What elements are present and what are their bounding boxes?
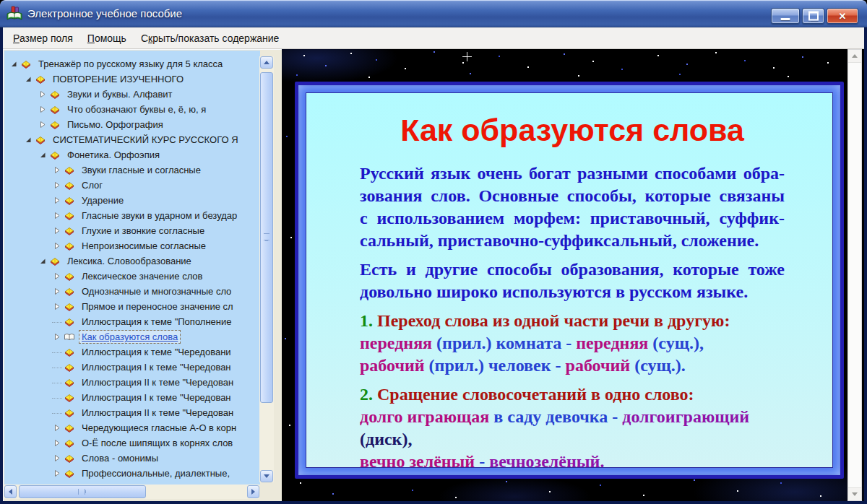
expand-toggle-icon[interactable] [52, 181, 62, 189]
book-icon [49, 256, 61, 266]
tree-item-label[interactable]: Слог [79, 179, 105, 191]
expand-toggle-icon[interactable] [52, 303, 62, 310]
tree-item-label[interactable]: Письмо. Орфография [65, 118, 165, 131]
tree-item[interactable]: Прямое и переносное значение сл [4, 299, 260, 314]
expand-toggle-icon[interactable] [52, 272, 62, 280]
collapse-toggle-icon[interactable] [38, 151, 48, 159]
tree-item[interactable]: Фонетика. Орфоэпия [4, 147, 260, 162]
tree-item[interactable]: О-Ё после шипящих в корнях слов [4, 435, 260, 451]
tree-item[interactable]: Лексика. Словообразование [4, 253, 260, 269]
horizontal-scroll-thumb[interactable] [19, 485, 146, 498]
slide-text-line: передняя (прил.) комната - передняя (сущ… [360, 332, 785, 355]
tree-horizontal-scrollbar[interactable] [4, 485, 259, 499]
tree-item-label[interactable]: Иллюстрация I к теме "Чередован [79, 361, 233, 373]
tree-item[interactable]: Слог [4, 178, 260, 193]
tree-item-label[interactable]: Иллюстрация I к теме "Чередован [79, 391, 233, 404]
menu-item-2[interactable]: Помощь [80, 29, 134, 48]
app-books-icon [6, 6, 23, 22]
tree-item[interactable]: Звуки гласные и согласные [4, 162, 260, 178]
tree-item[interactable]: Чередующиеся гласные А-О в корн [4, 420, 260, 435]
tree-item[interactable]: Однозначные и многозначные сло [4, 284, 260, 299]
close-button[interactable]: ✕ [827, 8, 858, 24]
lesson-vertical-scrollbar[interactable] [847, 49, 862, 501]
tree-item[interactable]: Профессиональные, диалектные, [4, 466, 260, 481]
tree-item[interactable]: Глухие и звонкие согласные [4, 223, 260, 238]
tree-item-label[interactable]: Лексическое значение слов [79, 270, 205, 282]
vertical-scroll-thumb[interactable] [260, 72, 273, 403]
scroll-left-button[interactable] [4, 485, 17, 498]
expand-toggle-icon[interactable] [52, 227, 62, 235]
tree-item-label[interactable]: Иллюстрация к теме "Пополнение [79, 316, 234, 328]
expand-toggle-icon[interactable] [52, 166, 62, 174]
scroll-up-button[interactable] [260, 56, 273, 69]
tree-item[interactable]: Звуки и буквы. Алфавит [4, 87, 260, 102]
tree-item[interactable]: Ударение [4, 193, 260, 208]
tree-item-label[interactable]: ПОВТОРЕНИЕ ИЗУЧЕННОГО [51, 73, 186, 85]
menu-item-3[interactable]: Скрыть/показать содержание [134, 29, 286, 48]
scroll-up-button[interactable] [848, 50, 861, 63]
tree-item-label[interactable]: Что обозначают буквы е, ё, ю, я [65, 103, 208, 116]
tree-item[interactable]: Иллюстрация II к теме "Чередован [4, 375, 260, 390]
tree-item[interactable]: Лексическое значение слов [4, 269, 260, 284]
expand-toggle-icon[interactable] [52, 242, 62, 250]
expand-toggle-icon[interactable] [38, 121, 48, 129]
minimize-icon [781, 18, 790, 20]
collapse-toggle-icon[interactable] [38, 257, 48, 265]
tree-item-label[interactable]: Как образуются слова [79, 331, 180, 343]
tree-item[interactable]: Как образуются слова [4, 329, 260, 344]
tree-item-label[interactable]: Иллюстрация II к теме "Чередован [79, 407, 236, 419]
tree-item[interactable]: Иллюстрация I к теме "Чередован [4, 360, 260, 375]
collapse-toggle-icon[interactable] [23, 75, 33, 83]
tree-item[interactable]: Иллюстрация II к теме "Чередован [4, 405, 260, 420]
tree-item[interactable]: Письмо. Орфография [4, 117, 260, 132]
tree-item-label[interactable]: Фонетика. Орфоэпия [65, 149, 162, 161]
tree-item-label[interactable]: Непроизносимые согласные [79, 240, 208, 252]
title-bar[interactable]: Электронное учебное пособие ✕ [0, 0, 867, 27]
expand-toggle-icon[interactable] [52, 212, 62, 220]
tree-item[interactable]: СИСТЕМАТИЧЕСКИЙ КУРС РУССКОГО Я [4, 132, 260, 147]
expand-toggle-icon[interactable] [52, 196, 62, 204]
tree-item-label[interactable]: Звуки и буквы. Алфавит [65, 88, 175, 100]
scroll-right-button[interactable] [247, 485, 259, 498]
tree-item[interactable]: Иллюстрация I к теме "Чередован [4, 390, 260, 405]
tree-item-label[interactable]: Профессиональные, диалектные, [79, 467, 232, 479]
tree-item-label[interactable]: О-Ё после шипящих в корнях слов [79, 437, 235, 449]
collapse-toggle-icon[interactable] [9, 60, 19, 68]
minimize-button[interactable] [771, 8, 800, 24]
expand-toggle-icon[interactable] [52, 424, 62, 432]
expand-toggle-icon[interactable] [38, 90, 48, 98]
expand-toggle-icon[interactable] [52, 454, 62, 462]
tree-item-label[interactable]: Прямое и переносное значение сл [79, 300, 236, 313]
tree-item-label[interactable]: Слова - омонимы [79, 452, 160, 464]
collapse-toggle-icon[interactable] [23, 136, 33, 144]
tree-item-label[interactable]: Иллюстрация к теме "Чередовани [79, 346, 233, 358]
tree-item[interactable]: Гласные звуки в ударном и безудар [4, 208, 260, 223]
tree-item-label[interactable]: Лексика. Словообразование [65, 255, 194, 267]
tree-item[interactable]: Тренажёр по русскому языку для 5 класса [4, 56, 260, 71]
tree-item-label[interactable]: Звуки гласные и согласные [79, 164, 203, 176]
expand-toggle-icon[interactable] [52, 333, 62, 341]
tree-item-label[interactable]: Тренажёр по русскому языку для 5 класса [36, 58, 225, 70]
scroll-down-button[interactable] [260, 470, 273, 482]
tree-item-label[interactable]: Чередующиеся гласные А-О в корн [79, 422, 238, 434]
expand-toggle-icon[interactable] [38, 105, 48, 113]
expand-toggle-icon[interactable] [52, 439, 62, 447]
tree-item-label[interactable]: Ударение [79, 194, 126, 207]
expand-toggle-icon[interactable] [52, 469, 62, 477]
tree-item[interactable]: Что обозначают буквы е, ё, ю, я [4, 102, 260, 117]
tree-item[interactable]: Слова - омонимы [4, 451, 260, 466]
tree-vertical-scrollbar[interactable] [259, 56, 274, 482]
tree-item[interactable]: Иллюстрация к теме "Пополнение [4, 314, 260, 329]
maximize-button[interactable] [802, 8, 824, 24]
tree-item[interactable]: Иллюстрация к теме "Чередовани [4, 344, 260, 360]
scroll-down-button[interactable] [848, 487, 861, 500]
menu-item-1[interactable]: Размер поля [6, 29, 80, 48]
tree-item-label[interactable]: СИСТЕМАТИЧЕСКИЙ КУРС РУССКОГО Я [51, 134, 241, 146]
expand-toggle-icon[interactable] [52, 287, 62, 295]
tree-item-label[interactable]: Глухие и звонкие согласные [79, 225, 207, 237]
tree-item-label[interactable]: Гласные звуки в ударном и безудар [79, 209, 239, 222]
tree-item[interactable]: Непроизносимые согласные [4, 238, 260, 253]
tree-item-label[interactable]: Иллюстрация II к теме "Чередован [79, 376, 236, 388]
tree-item-label[interactable]: Однозначные и многозначные сло [79, 285, 233, 297]
tree-item[interactable]: ПОВТОРЕНИЕ ИЗУЧЕННОГО [4, 71, 260, 87]
